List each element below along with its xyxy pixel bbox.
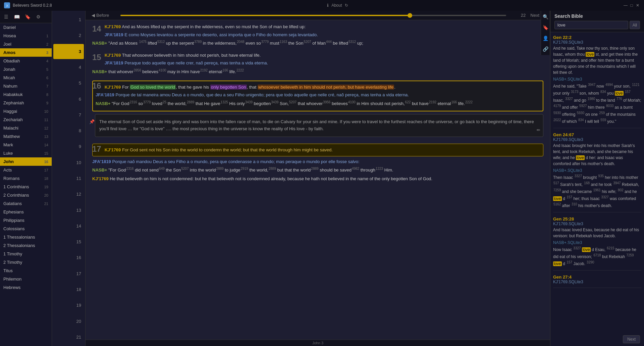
sidebar-item-ephesians[interactable]: Ephesians (0, 208, 52, 216)
sidebar-icon-2[interactable]: 📖 (12, 12, 21, 21)
book-name: 1 Timothy (3, 251, 22, 256)
sidebar-item-1-thessalonians[interactable]: 1 Thessalonians (0, 233, 52, 241)
chapter-num-16[interactable]: 16 (53, 250, 84, 265)
icon-search[interactable]: 🔍 (541, 12, 550, 21)
search-result-4[interactable]: Gen 27:4 KJ'1769.SQLite3 (553, 275, 641, 288)
maximize-button[interactable]: □ (629, 3, 634, 8)
sidebar-item-colossians[interactable]: Colossians (0, 225, 52, 233)
chapter-num-19[interactable]: 19 (53, 298, 84, 313)
book-num: 11 (44, 118, 48, 122)
search-next-button[interactable]: Next (623, 335, 640, 343)
book-num: 5 (46, 67, 48, 71)
verse-17-kj2: KJ'1769 He that believeth on him is not … (92, 176, 543, 182)
verse-15-nasb: NASB+ that whoever3956 believes4100 may … (92, 68, 543, 75)
sidebar-item-jonah[interactable]: Jonah5 (0, 65, 52, 73)
chapter-num-21[interactable]: 21 (53, 330, 84, 345)
sidebar-item-luke[interactable]: Luke15 (0, 149, 52, 157)
sidebar-item-2-timothy[interactable]: 2 Timothy (0, 258, 52, 266)
sidebar-item-2-thessalonians[interactable]: 2 Thessalonians (0, 241, 52, 250)
chapter-num-5[interactable]: 5 (53, 76, 84, 91)
verse-num-17: 17 (92, 145, 101, 153)
chapter-num-15[interactable]: 15 (53, 234, 84, 249)
v15-nasb-label: NASB+ (92, 69, 107, 74)
chapter-slider[interactable] (120, 15, 506, 16)
sidebar-item-nahum[interactable]: Nahum7 (0, 82, 52, 90)
search-results-list[interactable]: Gen 22:2 KJ'1769.SQLite3 And he said, Ta… (550, 32, 644, 334)
v15-nasb-text: that whoever3956 believes4100 may in Him… (108, 69, 244, 74)
sidebar-item-habakkuk[interactable]: Habakkuk8 (0, 90, 52, 99)
v14-kj-text: And as Moses lifted up the serpent in th… (122, 24, 306, 29)
search-result-2[interactable]: Gen 24:67 KJ'1769.SQLite3 And Isaac brou… (553, 132, 641, 212)
minimize-button[interactable]: — (623, 3, 628, 8)
sidebar-item-zechariah[interactable]: Zechariah11 (0, 115, 52, 124)
bible-text-area[interactable]: 14 KJ'1769 And as Moses lifted up the se… (86, 20, 550, 340)
close-button[interactable]: ✕ (635, 3, 640, 8)
icon-link[interactable]: 🔗 (541, 44, 550, 54)
book-name: Haggai (3, 109, 17, 114)
chapter-num-2[interactable]: 2 (53, 28, 84, 43)
sidebar-icon-4[interactable]: ⚙ (34, 12, 43, 21)
sidebar-item-galatians[interactable]: Galatians21 (0, 199, 52, 208)
sidebar-item-titus[interactable]: Titus (0, 266, 52, 275)
chapter-number-display: 22 (516, 13, 526, 18)
search-result-3[interactable]: Gen 25:28 KJ'1769.SQLite3 And Isaac love… (553, 216, 641, 270)
chapter-num-4[interactable]: 4 (53, 60, 84, 75)
v17-kj2-label: KJ'1769 (92, 176, 109, 181)
sidebar-item-1-corinthians[interactable]: 1 Corinthians19 (0, 183, 52, 191)
refresh-icon[interactable]: ↻ (345, 3, 348, 8)
search-input[interactable] (554, 21, 628, 29)
search-result-1[interactable]: Gen 22:2 KJ'1769.SQLite3 And he said, Ta… (553, 35, 641, 128)
chapter-num-11[interactable]: 11 (53, 171, 84, 186)
sidebar-item-romans[interactable]: Romans18 (0, 174, 52, 183)
book-name: Joel (3, 42, 11, 47)
icon-person[interactable]: 👤 (541, 34, 550, 43)
sidebar-item-1-timothy[interactable]: 1 Timothy (0, 250, 52, 258)
sidebar-item-philippians[interactable]: Philippians (0, 216, 52, 225)
chapter-num-3[interactable]: 3 (53, 44, 84, 59)
sidebar-item-joel[interactable]: Joel2 (0, 40, 52, 48)
chapter-num-18[interactable]: 18 (53, 282, 84, 297)
highlight-whosoever: whosoever believeth in him should not pe… (258, 85, 394, 90)
sidebar-item-amos[interactable]: Amos3 (0, 48, 52, 57)
sidebar-item-john[interactable]: John16 (0, 157, 52, 166)
book-name: Obadiah (3, 58, 20, 63)
chapter-num-1[interactable]: 1 (53, 12, 84, 27)
chapter-num-6[interactable]: 6 (53, 91, 84, 106)
chapter-num-9[interactable]: 9 (53, 139, 84, 154)
chapter-num-14[interactable]: 14 (53, 218, 84, 234)
note-edit-icon[interactable]: ✏ (537, 127, 540, 134)
verse-num-15: 15 (92, 53, 101, 61)
chapter-num-7[interactable]: 7 (53, 107, 84, 122)
sidebar-item-micah[interactable]: Micah6 (0, 73, 52, 82)
chapter-num-12[interactable]: 12 (53, 187, 84, 202)
chapter-num-10[interactable]: 10 (53, 155, 84, 170)
sidebar-item-mark[interactable]: Mark14 (0, 141, 52, 149)
verse-row-17: 17 KJ'1769 For God sent not his Son into… (92, 144, 543, 183)
sidebar-item-haggai[interactable]: Haggai10 (0, 107, 52, 115)
before-button[interactable]: ◀ Before (90, 12, 111, 18)
sidebar-icon-1[interactable]: ☰ (1, 12, 11, 21)
sidebar-item-malachi[interactable]: Malachi12 (0, 124, 52, 132)
about-label[interactable]: About (331, 3, 342, 8)
sidebar-item-hebrews[interactable]: Hebrews (0, 283, 52, 292)
sidebar-item-2-corinthians[interactable]: 2 Corinthians20 (0, 191, 52, 199)
icon-bookmark[interactable]: 🔖 (541, 23, 550, 32)
chapter-num-8[interactable]: 8 (53, 123, 84, 138)
chapter-num-17[interactable]: 17 (53, 266, 84, 281)
chapter-num-13[interactable]: 13 (53, 202, 84, 217)
sidebar-item-acts[interactable]: Acts17 (0, 166, 52, 174)
book-num: 4 (46, 59, 48, 63)
result-1-version1: KJ'1769.SQLite3 (553, 40, 641, 45)
result-1-ref: Gen 22:2 (553, 35, 641, 40)
sidebar-item-philemon[interactable]: Philemon (0, 275, 52, 283)
sidebar-item-hosea[interactable]: Hosea1 (0, 32, 52, 40)
sidebar-item-matthew[interactable]: Matthew13 (0, 132, 52, 141)
search-scope-button[interactable]: All (630, 21, 640, 29)
slider-thumb[interactable] (408, 13, 412, 18)
sidebar-item-zephaniah[interactable]: Zephaniah9 (0, 99, 52, 107)
sidebar-item-daniel[interactable]: Daniel (0, 23, 52, 32)
chapter-num-20[interactable]: 20 (53, 313, 84, 329)
sidebar-icon-3[interactable]: 🔖 (23, 12, 32, 21)
sidebar-item-obadiah[interactable]: Obadiah4 (0, 57, 52, 65)
result-3-text1: And Isaac loved Esau, because he did eat… (553, 227, 641, 239)
